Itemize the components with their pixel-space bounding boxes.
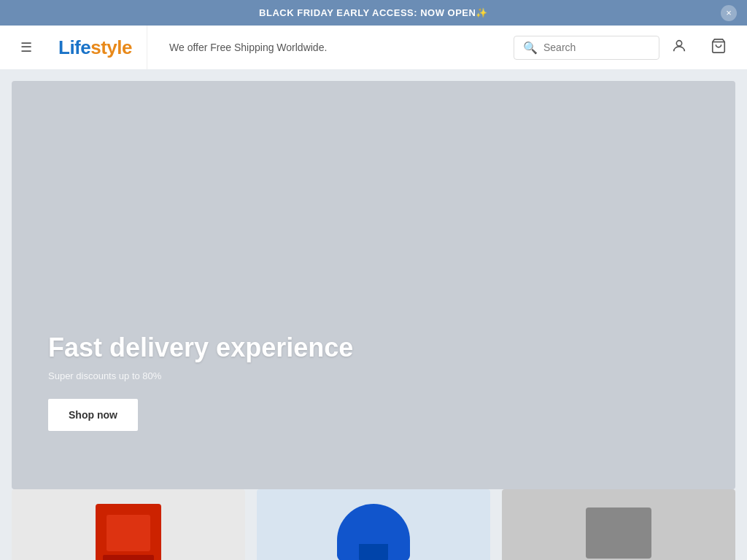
- hamburger-icon: ☰: [20, 39, 32, 55]
- banner-close-button[interactable]: ×: [721, 5, 737, 21]
- svg-point-0: [676, 40, 681, 45]
- top-banner: BLACK FRIDAY EARLY ACCESS: NOW OPEN✨ ×: [0, 0, 747, 26]
- header-tagline: We offer Free Shipping Worldwide.: [147, 42, 514, 53]
- hero-text-area: Fast delivery experience Super discounts…: [48, 332, 353, 431]
- product-card-2[interactable]: [257, 489, 490, 560]
- product-card-3[interactable]: [502, 489, 735, 560]
- banner-text: BLACK FRIDAY EARLY ACCESS: NOW OPEN✨: [259, 7, 488, 18]
- shop-now-button[interactable]: Shop now: [48, 399, 138, 431]
- menu-button[interactable]: ☰: [9, 32, 44, 63]
- search-container[interactable]: 🔍: [514, 36, 659, 60]
- main-content: Fast delivery experience Super discounts…: [0, 69, 747, 560]
- hero-subtitle: Super discounts up to 80%: [48, 370, 353, 381]
- hero-banner: Fast delivery experience Super discounts…: [12, 81, 735, 489]
- logo-part1: Life: [58, 36, 90, 58]
- products-row: [12, 489, 735, 560]
- search-input[interactable]: [543, 42, 650, 53]
- search-icon: 🔍: [523, 41, 538, 55]
- logo-container: Lifestyle: [44, 26, 147, 69]
- logo[interactable]: Lifestyle: [58, 36, 132, 59]
- cart-icon: [711, 38, 727, 58]
- cart-button[interactable]: [699, 31, 738, 65]
- hero-title: Fast delivery experience: [48, 332, 353, 363]
- user-account-button[interactable]: [659, 31, 699, 65]
- product-card-1[interactable]: [12, 489, 245, 560]
- header: ☰ Lifestyle We offer Free Shipping World…: [0, 26, 747, 69]
- user-icon: [671, 38, 687, 58]
- logo-part2: style: [90, 36, 132, 58]
